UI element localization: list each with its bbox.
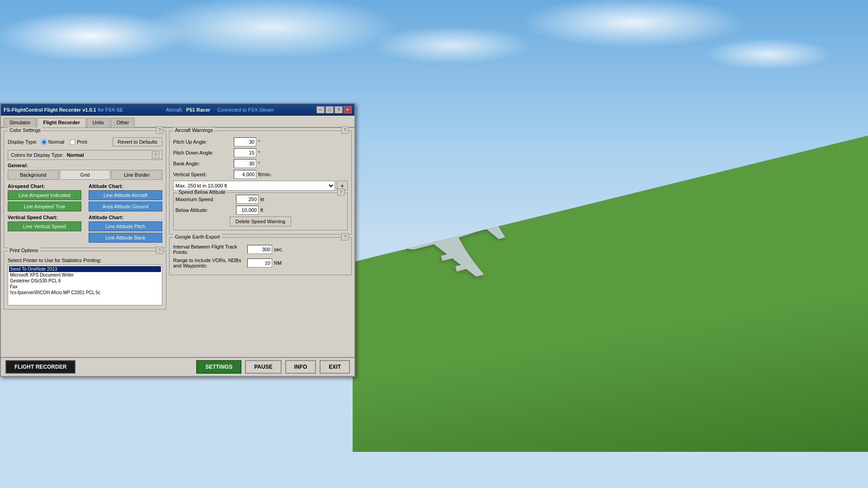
speed-below-altitude-title: Speed Below Altitude [177,189,227,195]
aircraft-label: Aircraft: [166,107,183,113]
radio-group: Normal Print [41,139,87,145]
radio-print-input[interactable] [70,139,75,145]
bottombar: FLIGHT RECORDER SETTINGS PAUSE INFO EXIT [1,357,354,376]
max-speed-row: Maximum Speed: kt [175,195,345,204]
app-window: FS-FlightControl Flight Recorder v1.0.1 … [0,103,355,377]
printer-item-4[interactable]: \\rs-fpserver\RICOH Aficio MP C2051 PCL … [9,290,161,296]
line-vertical-speed-button[interactable]: Line Vertical Speed [8,221,81,231]
printer-item-2[interactable]: Gestetner DSc530 PCL 6 [9,278,161,284]
flight-recorder-button[interactable]: FLIGHT RECORDER [5,360,75,374]
printer-label: Select Printer to Use for Statistics Pri… [8,258,162,263]
vertical-speed-input[interactable] [234,170,256,179]
attitude-chart-col: Attitude Chart: Line Attitude Pitch Line… [89,215,162,244]
altitude-chart-label: Altitude Chart: [89,183,162,189]
tab-other[interactable]: Other [111,118,135,127]
pitch-up-row: Pitch Up Angle: ° [173,137,348,146]
pitch-down-input[interactable] [234,148,256,157]
aircraft-warnings-section: Aircraft Warnings ? Pitch Up Angle: ° Pi… [169,131,352,235]
line-airspeed-indicated-button[interactable]: Line Airspeed Indicated [8,190,81,200]
right-panel: Aircraft Warnings ? Pitch Up Angle: ° Pi… [169,131,352,359]
ge-interval-label: Interval Between Flight Track Points: [173,244,245,255]
print-options-title: Print Options [8,248,40,253]
line-altitude-aircraft-button[interactable]: Line Altitude Aircraft [89,190,162,200]
google-earth-title: Google Earth Export [173,234,222,239]
bank-angle-label: Bank Angle: [173,161,232,166]
colors-for-row: Colors for Display Type: Normal ? [8,150,162,160]
help-button[interactable]: ? [335,106,343,113]
bank-angle-input[interactable] [234,159,256,168]
minimize-button[interactable]: ─ [316,106,325,113]
printer-item-0[interactable]: Send To OneNote 2013 [9,266,161,272]
app-title-for: for FSX-SE [98,107,123,113]
display-type-label: Display Type: [8,139,38,145]
ge-interval-row: Interval Between Flight Track Points: se… [173,244,348,255]
bank-angle-unit: ° [258,161,260,166]
bank-angle-row: Bank Angle: ° [173,159,348,168]
ge-interval-input[interactable] [247,245,272,254]
below-alt-input[interactable] [236,206,259,215]
exit-button[interactable]: EXIT [320,360,350,374]
radio-normal-input[interactable] [41,139,47,145]
connection-status: Connected to FSX-Steam [217,107,274,113]
printer-item-1[interactable]: Microsoft XPS Document Writer [9,272,161,278]
vertical-speed-unit: ft/min. [258,172,272,177]
delete-speed-warning-button[interactable]: Delete Speed Warning [230,216,291,226]
below-alt-label: Below Altitude: [175,207,234,213]
max-speed-label: Maximum Speed: [175,197,234,202]
pitch-up-input[interactable] [234,137,256,146]
print-options-help-icon[interactable]: ? [156,247,163,254]
background-button[interactable]: Background [8,170,59,180]
max-speed-input[interactable] [236,195,259,204]
airspeed-chart-col: Airspeed Chart: Line Airspeed Indicated … [8,183,81,213]
vertical-speed-label: Vertical Speed: [173,172,232,177]
chart-grid: Airspeed Chart: Line Airspeed Indicated … [8,183,162,244]
titlebar: FS-FlightControl Flight Recorder v1.0.1 … [1,104,354,116]
line-attitude-pitch-button[interactable]: Line Attitude Pitch [89,221,162,231]
grid-button[interactable]: Grid [60,170,111,180]
ge-interval-unit: sec. [274,247,283,252]
line-airspeed-true-button[interactable]: Line Airspeed True [8,202,81,211]
radio-print-label: Print [77,139,87,145]
area-altitude-ground-button[interactable]: Area Altitude Ground [89,202,162,211]
line-attitude-bank-button[interactable]: Line Attitude Bank [89,233,162,243]
attitude-chart-label: Attitude Chart: [89,215,162,220]
maximize-button[interactable]: □ [326,106,334,113]
printer-list[interactable]: Send To OneNote 2013 Microsoft XPS Docum… [8,265,162,305]
ge-range-label: Range to Include VORs, NDBs and Waypoint… [173,258,245,268]
pitch-down-row: Pitch Down Angle: ° [173,148,348,157]
colors-for-value: Normal [67,152,84,158]
tab-flight-recorder[interactable]: Flight Recorder [37,118,85,127]
colors-for-label: Colors for Display Type: [11,152,64,158]
airspeed-chart-label: Airspeed Chart: [8,183,81,189]
speed-below-help-icon[interactable]: ? [337,188,344,196]
pitch-up-label: Pitch Up Angle: [173,139,232,145]
speed-below-altitude-box: Speed Below Altitude ? Maximum Speed: kt… [173,192,348,230]
settings-button[interactable]: SETTINGS [196,360,241,374]
aircraft-name: P51 Racer [186,107,210,113]
ge-range-unit: NM [274,260,282,266]
printer-item-3[interactable]: Fax [9,284,161,290]
close-button[interactable]: ✕ [344,106,352,113]
radio-normal-label: Normal [48,139,64,145]
print-options-section: Print Options ? Select Printer to Use fo… [4,251,166,310]
general-buttons: Background Grid Line Border [8,170,162,180]
revert-defaults-button[interactable]: Revert to Defaults [113,137,162,146]
line-border-button[interactable]: Line Border [111,170,162,180]
ge-range-input[interactable] [247,258,272,267]
colors-for-help-icon[interactable]: ? [152,151,159,159]
app-title-bold: FS-FlightControl Flight Recorder v1.0.1 [4,107,96,113]
color-settings-section: Color Settings ? Display Type: Normal Pr… [4,131,166,248]
below-alt-row: Below Altitude: ft [175,206,345,215]
color-settings-help-icon[interactable]: ? [156,127,163,134]
general-label: General: [8,163,162,168]
info-button[interactable]: INFO [285,360,316,374]
tab-simulator[interactable]: Simulator [4,118,36,127]
radio-print[interactable]: Print [70,139,87,145]
pitch-down-unit: ° [258,150,260,155]
google-earth-help-icon[interactable]: ? [341,233,349,240]
pitch-down-label: Pitch Down Angle: [173,150,232,155]
aircraft-warnings-help-icon[interactable]: ? [341,127,349,134]
pause-button[interactable]: PAUSE [245,360,281,374]
tab-units[interactable]: Units [87,118,110,127]
radio-normal[interactable]: Normal [41,139,64,145]
